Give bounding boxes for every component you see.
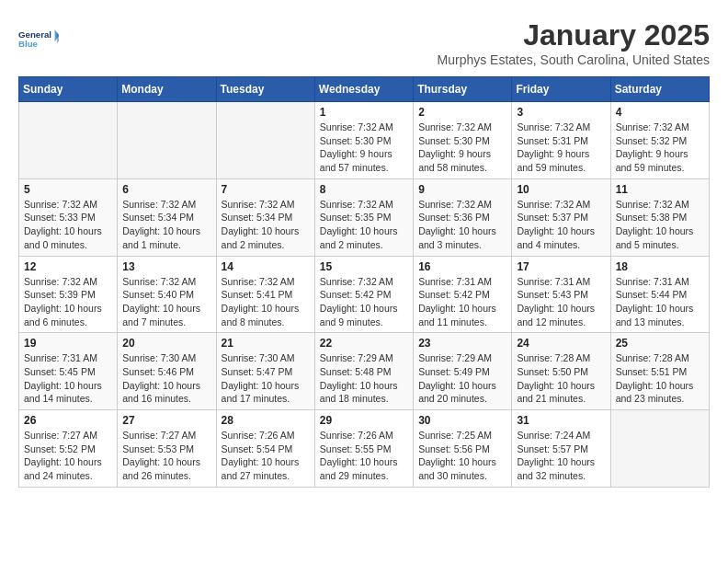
calendar-cell: 2Sunrise: 7:32 AM Sunset: 5:30 PM Daylig…	[414, 102, 512, 179]
day-number: 16	[418, 260, 506, 273]
calendar-cell: 21Sunrise: 7:30 AM Sunset: 5:47 PM Dayli…	[216, 333, 314, 410]
day-info: Sunrise: 7:28 AM Sunset: 5:50 PM Dayligh…	[517, 351, 605, 406]
day-info: Sunrise: 7:31 AM Sunset: 5:45 PM Dayligh…	[24, 351, 112, 406]
calendar-cell: 19Sunrise: 7:31 AM Sunset: 5:45 PM Dayli…	[19, 333, 118, 410]
weekday-header-row: SundayMondayTuesdayWednesdayThursdayFrid…	[19, 77, 710, 102]
day-info: Sunrise: 7:29 AM Sunset: 5:48 PM Dayligh…	[320, 351, 408, 406]
day-number: 9	[418, 183, 506, 196]
day-info: Sunrise: 7:32 AM Sunset: 5:31 PM Dayligh…	[517, 121, 605, 175]
day-number: 22	[320, 337, 408, 350]
day-number: 8	[320, 183, 408, 196]
day-number: 17	[517, 260, 605, 273]
month-title: January 2025	[438, 18, 710, 52]
day-number: 26	[24, 414, 112, 427]
weekday-header-monday: Monday	[118, 77, 216, 102]
day-number: 14	[222, 260, 310, 273]
week-row-2: 5Sunrise: 7:32 AM Sunset: 5:33 PM Daylig…	[19, 178, 710, 256]
day-info: Sunrise: 7:32 AM Sunset: 5:33 PM Dayligh…	[24, 198, 112, 252]
calendar-cell: 6Sunrise: 7:32 AM Sunset: 5:34 PM Daylig…	[118, 178, 216, 256]
calendar-cell: 3Sunrise: 7:32 AM Sunset: 5:31 PM Daylig…	[512, 102, 610, 179]
page-header: General Blue January 2025 Murphys Estate…	[18, 18, 710, 67]
day-info: Sunrise: 7:32 AM Sunset: 5:34 PM Dayligh…	[122, 198, 210, 252]
calendar-cell: 15Sunrise: 7:32 AM Sunset: 5:42 PM Dayli…	[314, 256, 413, 333]
calendar-cell: 26Sunrise: 7:27 AM Sunset: 5:52 PM Dayli…	[19, 410, 118, 488]
day-info: Sunrise: 7:32 AM Sunset: 5:36 PM Dayligh…	[418, 198, 506, 252]
week-row-5: 26Sunrise: 7:27 AM Sunset: 5:52 PM Dayli…	[19, 410, 710, 488]
location: Murphys Estates, South Carolina, United …	[438, 52, 710, 67]
day-number: 4	[616, 106, 704, 119]
day-number: 23	[418, 337, 506, 350]
calendar-cell: 17Sunrise: 7:31 AM Sunset: 5:43 PM Dayli…	[512, 256, 610, 333]
weekday-header-saturday: Saturday	[610, 77, 709, 102]
calendar-cell: 23Sunrise: 7:29 AM Sunset: 5:49 PM Dayli…	[414, 333, 512, 410]
day-info: Sunrise: 7:31 AM Sunset: 5:42 PM Dayligh…	[418, 275, 506, 329]
day-number: 20	[122, 337, 210, 350]
calendar-cell	[610, 410, 709, 488]
svg-text:Blue: Blue	[18, 39, 39, 49]
day-number: 18	[616, 260, 704, 273]
day-info: Sunrise: 7:26 AM Sunset: 5:55 PM Dayligh…	[320, 429, 408, 483]
day-info: Sunrise: 7:32 AM Sunset: 5:30 PM Dayligh…	[320, 121, 408, 175]
calendar-cell	[19, 102, 118, 179]
day-info: Sunrise: 7:32 AM Sunset: 5:35 PM Dayligh…	[320, 198, 408, 252]
day-number: 13	[122, 260, 210, 273]
day-info: Sunrise: 7:31 AM Sunset: 5:43 PM Dayligh…	[517, 275, 605, 329]
weekday-header-friday: Friday	[512, 77, 610, 102]
day-info: Sunrise: 7:32 AM Sunset: 5:41 PM Dayligh…	[222, 275, 310, 329]
week-row-4: 19Sunrise: 7:31 AM Sunset: 5:45 PM Dayli…	[19, 333, 710, 410]
calendar-cell: 31Sunrise: 7:24 AM Sunset: 5:57 PM Dayli…	[512, 410, 610, 488]
calendar-cell: 13Sunrise: 7:32 AM Sunset: 5:40 PM Dayli…	[118, 256, 216, 333]
calendar-cell: 8Sunrise: 7:32 AM Sunset: 5:35 PM Daylig…	[314, 178, 413, 256]
day-info: Sunrise: 7:32 AM Sunset: 5:40 PM Dayligh…	[122, 275, 210, 329]
weekday-header-tuesday: Tuesday	[216, 77, 314, 102]
day-info: Sunrise: 7:32 AM Sunset: 5:37 PM Dayligh…	[517, 198, 605, 252]
day-number: 24	[517, 337, 605, 350]
day-info: Sunrise: 7:32 AM Sunset: 5:38 PM Dayligh…	[616, 198, 704, 252]
day-number: 6	[122, 183, 210, 196]
title-block: January 2025 Murphys Estates, South Caro…	[438, 18, 710, 67]
day-info: Sunrise: 7:30 AM Sunset: 5:47 PM Dayligh…	[222, 351, 310, 406]
day-number: 31	[517, 414, 605, 427]
day-number: 12	[24, 260, 112, 273]
calendar-cell: 14Sunrise: 7:32 AM Sunset: 5:41 PM Dayli…	[216, 256, 314, 333]
week-row-3: 12Sunrise: 7:32 AM Sunset: 5:39 PM Dayli…	[19, 256, 710, 333]
day-info: Sunrise: 7:31 AM Sunset: 5:44 PM Dayligh…	[616, 275, 704, 329]
day-info: Sunrise: 7:32 AM Sunset: 5:39 PM Dayligh…	[24, 275, 112, 329]
calendar-cell: 7Sunrise: 7:32 AM Sunset: 5:34 PM Daylig…	[216, 178, 314, 256]
calendar-cell: 11Sunrise: 7:32 AM Sunset: 5:38 PM Dayli…	[610, 178, 709, 256]
day-info: Sunrise: 7:25 AM Sunset: 5:56 PM Dayligh…	[418, 429, 506, 483]
day-number: 5	[24, 183, 112, 196]
day-number: 19	[24, 337, 112, 350]
calendar-cell: 18Sunrise: 7:31 AM Sunset: 5:44 PM Dayli…	[610, 256, 709, 333]
calendar-cell: 1Sunrise: 7:32 AM Sunset: 5:30 PM Daylig…	[314, 102, 413, 179]
day-number: 21	[222, 337, 310, 350]
calendar-cell: 27Sunrise: 7:27 AM Sunset: 5:53 PM Dayli…	[118, 410, 216, 488]
calendar-cell: 24Sunrise: 7:28 AM Sunset: 5:50 PM Dayli…	[512, 333, 610, 410]
calendar-cell: 30Sunrise: 7:25 AM Sunset: 5:56 PM Dayli…	[414, 410, 512, 488]
calendar-cell: 25Sunrise: 7:28 AM Sunset: 5:51 PM Dayli…	[610, 333, 709, 410]
weekday-header-wednesday: Wednesday	[314, 77, 413, 102]
day-number: 30	[418, 414, 506, 427]
day-number: 2	[418, 106, 506, 119]
calendar-cell	[118, 102, 216, 179]
day-info: Sunrise: 7:27 AM Sunset: 5:53 PM Dayligh…	[122, 429, 210, 483]
weekday-header-thursday: Thursday	[414, 77, 512, 102]
calendar-cell: 22Sunrise: 7:29 AM Sunset: 5:48 PM Dayli…	[314, 333, 413, 410]
calendar-cell: 16Sunrise: 7:31 AM Sunset: 5:42 PM Dayli…	[414, 256, 512, 333]
day-info: Sunrise: 7:32 AM Sunset: 5:42 PM Dayligh…	[320, 275, 408, 329]
day-info: Sunrise: 7:32 AM Sunset: 5:34 PM Dayligh…	[222, 198, 310, 252]
week-row-1: 1Sunrise: 7:32 AM Sunset: 5:30 PM Daylig…	[19, 102, 710, 179]
calendar-cell	[216, 102, 314, 179]
day-number: 29	[320, 414, 408, 427]
logo: General Blue	[18, 18, 59, 59]
day-info: Sunrise: 7:24 AM Sunset: 5:57 PM Dayligh…	[517, 429, 605, 483]
day-number: 27	[122, 414, 210, 427]
calendar-cell: 5Sunrise: 7:32 AM Sunset: 5:33 PM Daylig…	[19, 178, 118, 256]
day-number: 7	[222, 183, 310, 196]
day-number: 25	[616, 337, 704, 350]
calendar: SundayMondayTuesdayWednesdayThursdayFrid…	[18, 76, 710, 488]
calendar-cell: 12Sunrise: 7:32 AM Sunset: 5:39 PM Dayli…	[19, 256, 118, 333]
day-number: 11	[616, 183, 704, 196]
day-number: 10	[517, 183, 605, 196]
day-number: 15	[320, 260, 408, 273]
